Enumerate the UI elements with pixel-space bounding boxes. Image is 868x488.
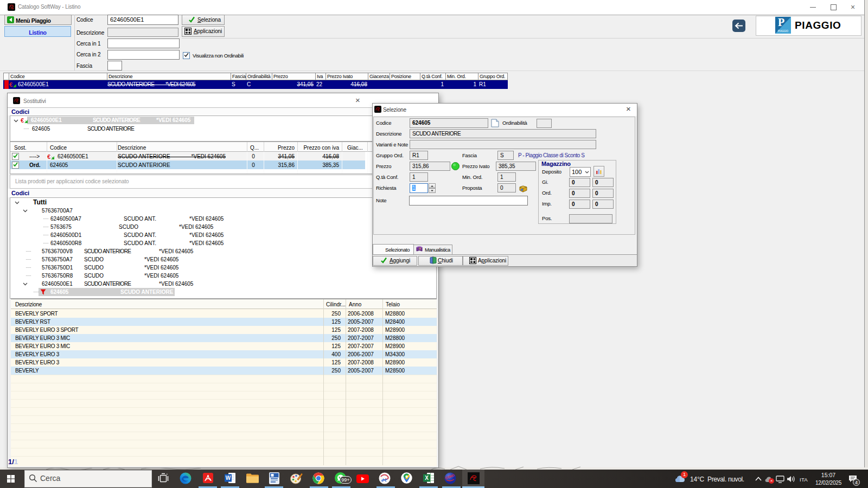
svg-text:€: € — [47, 153, 50, 160]
svg-text:€: € — [21, 117, 24, 124]
svg-text:P: P — [778, 17, 784, 28]
svg-text:X: X — [425, 475, 429, 481]
svg-text:?: ? — [419, 247, 421, 251]
svg-text:W: W — [226, 475, 231, 481]
svg-text:PIAGGIO: PIAGGIO — [778, 30, 789, 33]
svg-text:€: € — [9, 81, 12, 88]
